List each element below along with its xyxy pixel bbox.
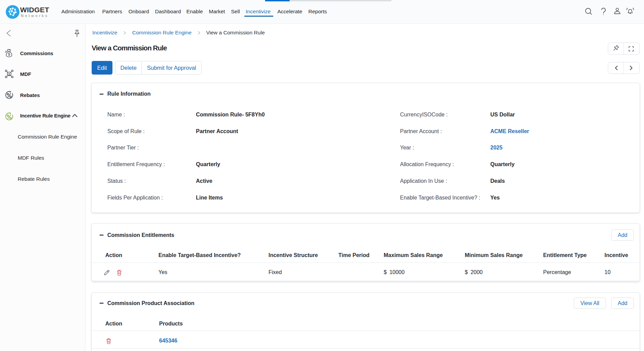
svg-text:$: $ [8,52,10,56]
svg-text:$: $ [8,72,10,76]
